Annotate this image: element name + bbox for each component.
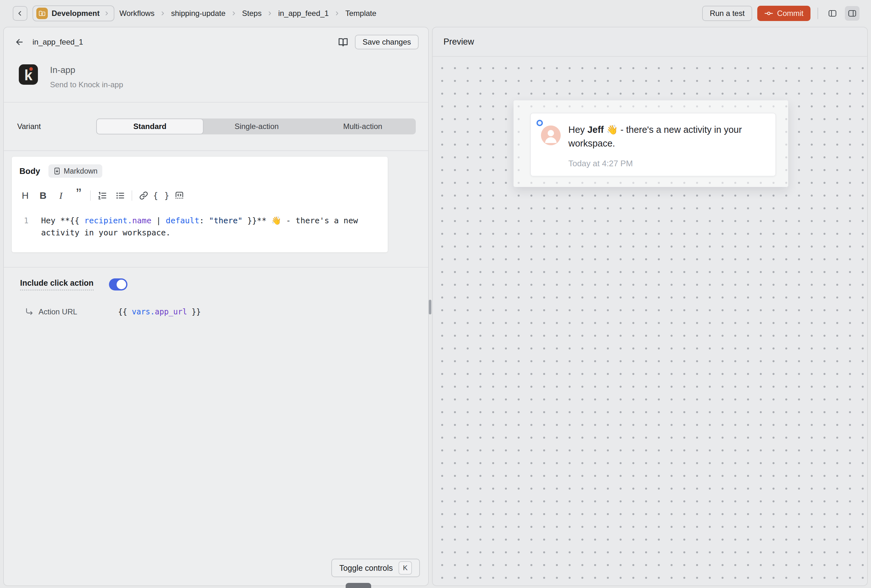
toolbar-separator [90,190,91,200]
markdown-file-icon [53,167,61,175]
bold-icon[interactable]: B [34,188,52,203]
action-url-value[interactable]: {{ vars.app_url }} [118,307,201,316]
notification-message: Hey Jeff 👋 - there's a new activity in y… [568,123,764,150]
toggle-controls-button[interactable]: Toggle controls K [331,559,420,577]
format-badge: Markdown [48,165,102,178]
italic-icon[interactable]: I [52,188,70,203]
variant-row: Variant Standard Single-action Multi-act… [17,118,416,135]
toggle-controls-label: Toggle controls [339,564,393,573]
body-code-content[interactable]: Hey **{{ recipient.name | default: "ther… [41,215,379,239]
chevron-right-icon [266,10,273,16]
format-badge-label: Markdown [64,167,97,175]
commit-button-label: Commit [777,9,804,18]
save-changes-button[interactable]: Save changes [355,35,419,49]
chevron-right-icon [160,10,166,16]
preview-title: Preview [443,37,474,47]
toolbar-separator [132,190,132,200]
back-arrow-button[interactable] [15,37,24,47]
panel-resize-handle[interactable] [429,300,431,314]
environment-selector[interactable]: Development [33,5,114,21]
line-number: 1 [12,215,41,239]
unread-indicator [536,120,543,126]
chevron-left-icon [16,9,24,17]
corner-down-right-icon [24,307,34,317]
unordered-list-icon[interactable] [111,188,129,203]
preview-canvas: Hey Jeff 👋 - there's a new activity in y… [433,57,867,585]
folder-icon [36,7,48,19]
blockquote-icon[interactable]: ” [70,188,88,203]
code-block-icon[interactable] [171,188,188,203]
variant-label: Variant [17,122,41,131]
editor-header-actions: Save changes [338,35,419,49]
breadcrumb: Workflows shipping-update Steps in_app_f… [120,9,377,18]
avatar [541,126,561,145]
breadcrumb-steps[interactable]: Steps [242,9,262,18]
channel-info: k In-app Send to Knock in-app [19,64,123,89]
action-url-row: Action URL {{ vars.app_url }} [24,307,201,317]
message-recipient-name: Jeff [587,124,604,135]
environment-label: Development [52,9,100,18]
toggle-right-panel-button[interactable] [845,6,859,21]
channel-text: In-app Send to Knock in-app [50,64,123,89]
history-back-button[interactable] [13,6,27,21]
body-code-editor[interactable]: 1 Hey **{{ recipient.name | default: "th… [12,215,388,239]
shortcut-key-chip: K [398,561,412,575]
section-divider [4,267,428,268]
section-divider [4,102,428,103]
bottom-drag-pill[interactable] [346,583,371,588]
variant-option-single-action[interactable]: Single-action [204,118,310,135]
run-test-button[interactable]: Run a test [702,6,752,21]
variant-option-multi-action[interactable]: Multi-action [310,118,416,135]
toggle-knob [117,280,126,289]
toolbar-divider [817,7,818,19]
knock-logo-dot [29,67,33,71]
include-click-action-toggle[interactable] [109,278,127,290]
body-editor-head: Body Markdown [19,165,102,178]
breadcrumb-template[interactable]: Template [345,9,376,18]
commit-button[interactable]: Commit [757,6,810,21]
chevron-right-icon [334,10,340,16]
link-icon[interactable] [135,188,153,203]
section-divider [4,150,428,151]
chevron-right-icon [103,10,110,16]
body-label: Body [19,166,40,176]
knock-logo-icon: k [19,64,38,85]
template-editor-panel: in_app_feed_1 Save changes k In-app Send… [3,27,429,586]
preview-panel: Preview Hey Jeff 👋 - there's a new activ… [432,27,868,586]
variant-segmented-control: Standard Single-action Multi-action [96,118,416,135]
variant-option-standard[interactable]: Standard [96,118,204,135]
notification-timestamp: Today at 4:27 PM [568,159,633,169]
preview-header: Preview [433,27,867,57]
body-editor-card: Body Markdown H B I ” [12,157,388,252]
wave-emoji: 👋 [606,124,618,135]
top-bar: Development Workflows shipping-update St… [0,0,871,27]
notification-card[interactable]: Hey Jeff 👋 - there's a new activity in y… [530,113,776,177]
docs-book-icon[interactable] [338,37,349,48]
toggle-left-panel-button[interactable] [825,6,840,21]
channel-name: In-app [50,65,123,75]
chevron-right-icon [230,10,237,16]
include-click-action-row: Include click action [20,278,127,290]
top-bar-actions: Run a test Commit [702,6,859,21]
git-commit-icon [764,9,773,18]
variable-braces-icon[interactable]: { } [153,188,171,203]
channel-description: Send to Knock in-app [50,80,123,89]
heading-icon[interactable]: H [16,188,34,203]
editor-header: in_app_feed_1 Save changes [15,34,419,50]
step-title: in_app_feed_1 [33,37,83,46]
message-before-name: Hey [568,124,587,135]
markdown-toolbar: H B I ” { } [16,188,188,203]
ordered-list-icon[interactable] [93,188,111,203]
include-click-action-label: Include click action [20,278,94,290]
feed-preview-container: Hey Jeff 👋 - there's a new activity in y… [513,100,788,187]
app-window: Development Workflows shipping-update St… [0,0,871,588]
action-url-label: Action URL [39,307,77,316]
breadcrumb-step-key[interactable]: in_app_feed_1 [278,9,329,18]
breadcrumb-workflow-key[interactable]: shipping-update [171,9,226,18]
breadcrumb-workflows[interactable]: Workflows [120,9,154,18]
